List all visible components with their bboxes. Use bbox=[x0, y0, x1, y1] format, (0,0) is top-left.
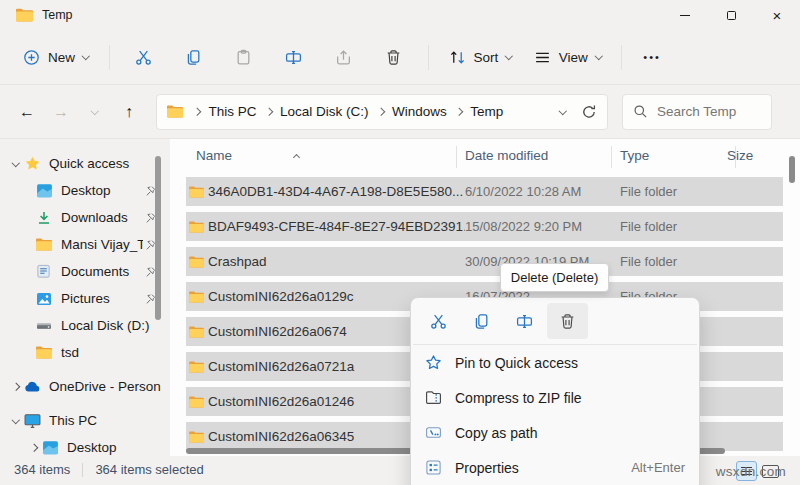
rename-menu-button[interactable] bbox=[504, 303, 545, 339]
rename-icon bbox=[516, 313, 533, 330]
context-menu: Pin to Quick access Compress to ZIP file… bbox=[410, 297, 700, 485]
delete-button[interactable] bbox=[373, 38, 415, 76]
vertical-scrollbar[interactable] bbox=[789, 156, 795, 183]
chevron-down-icon[interactable] bbox=[8, 419, 24, 423]
close-button[interactable]: × bbox=[754, 0, 800, 30]
share-icon bbox=[335, 49, 352, 66]
zip-icon bbox=[425, 389, 442, 406]
sort-button[interactable]: Sort bbox=[438, 41, 523, 74]
chevron-right-icon bbox=[264, 108, 272, 116]
cloud-icon bbox=[24, 380, 41, 393]
column-header-name[interactable]: Name bbox=[196, 144, 232, 168]
up-button[interactable]: ↑ bbox=[112, 95, 146, 129]
chevron-down-icon bbox=[91, 107, 99, 115]
trash-icon bbox=[385, 49, 402, 66]
paste-icon bbox=[235, 49, 252, 66]
maximize-button[interactable] bbox=[708, 0, 754, 30]
file-row[interactable]: BDAF9493-CFBE-484F-8E27-94EBD2391... 15/… bbox=[186, 212, 783, 241]
cut-menu-button[interactable] bbox=[418, 303, 459, 339]
breadcrumb-item-local-disk-c[interactable]: Local Disk (C:) bbox=[278, 104, 371, 119]
column-header-date[interactable]: Date modified bbox=[465, 144, 548, 168]
download-icon bbox=[36, 210, 53, 226]
delete-menu-button[interactable] bbox=[547, 303, 588, 339]
view-label: View bbox=[559, 50, 588, 65]
properties-icon bbox=[425, 459, 442, 476]
search-input[interactable] bbox=[657, 104, 757, 119]
refresh-icon[interactable] bbox=[581, 104, 597, 120]
new-button[interactable]: New bbox=[12, 41, 100, 74]
sidebar-item-this-pc[interactable]: This PC bbox=[0, 407, 170, 434]
menu-item-label: Compress to ZIP file bbox=[455, 390, 582, 406]
chevron-right-icon bbox=[193, 108, 201, 116]
minimize-button[interactable] bbox=[662, 0, 708, 30]
item-count: 364 items bbox=[14, 462, 70, 477]
sidebar-item-this-pc-desktop[interactable]: Desktop bbox=[0, 434, 170, 461]
copy-button[interactable] bbox=[173, 38, 215, 76]
folder-icon bbox=[189, 361, 208, 373]
address-dropdown-icon[interactable] bbox=[558, 107, 566, 115]
chevron-right-icon[interactable] bbox=[26, 445, 42, 451]
menu-item-shortcut: Alt+Enter bbox=[631, 460, 685, 475]
sidebar-item-pictures[interactable]: Pictures bbox=[0, 285, 170, 312]
file-row[interactable]: Crashpad 30/09/2022 10:19 PM File folder bbox=[186, 247, 783, 276]
selected-count: 364 items selected bbox=[95, 462, 203, 477]
sidebar-item-tsd[interactable]: tsd bbox=[0, 339, 170, 366]
chevron-down-icon bbox=[595, 52, 603, 60]
menu-item-compress-to-zip[interactable]: Compress to ZIP file bbox=[411, 380, 699, 415]
sort-ascending-icon bbox=[294, 148, 299, 163]
back-button[interactable]: ← bbox=[10, 95, 44, 129]
sidebar-item-downloads[interactable]: Downloads bbox=[0, 204, 170, 231]
breadcrumb[interactable]: This PC Local Disk (C:) Windows Temp bbox=[156, 94, 608, 130]
menu-item-label: Pin to Quick access bbox=[455, 355, 578, 371]
chevron-right-icon bbox=[455, 108, 463, 116]
sidebar-item-local-disk-d[interactable]: Local Disk (D:) bbox=[0, 312, 170, 339]
recent-locations-button[interactable] bbox=[78, 95, 112, 129]
cut-icon bbox=[135, 49, 152, 66]
menu-item-copy-as-path[interactable]: Copy as path bbox=[411, 415, 699, 450]
document-icon bbox=[36, 264, 53, 279]
window-title: Temp bbox=[42, 8, 73, 22]
quick-actions bbox=[411, 298, 699, 344]
sidebar-item-documents[interactable]: Documents bbox=[0, 258, 170, 285]
sidebar-item-quick-access[interactable]: Quick access bbox=[0, 150, 170, 177]
copy-path-icon bbox=[425, 424, 442, 441]
search-box[interactable] bbox=[622, 94, 772, 130]
rename-button[interactable] bbox=[273, 38, 315, 76]
breadcrumb-item-this-pc[interactable]: This PC bbox=[207, 104, 259, 119]
file-date: 15/08/2022 9:20 PM bbox=[465, 219, 620, 234]
menu-item-properties[interactable]: Properties Alt+Enter bbox=[411, 450, 699, 485]
column-header-type[interactable]: Type bbox=[620, 144, 649, 168]
file-date: 6/10/2022 10:28 AM bbox=[465, 184, 620, 199]
delete-tooltip: Delete (Delete) bbox=[500, 263, 609, 292]
forward-button[interactable]: → bbox=[44, 95, 78, 129]
titlebar: Temp × bbox=[0, 0, 800, 30]
column-header-size[interactable]: Size bbox=[727, 144, 753, 168]
breadcrumb-item-windows[interactable]: Windows bbox=[390, 104, 449, 119]
toolbar-separator bbox=[428, 45, 429, 70]
view-button[interactable]: View bbox=[523, 41, 613, 74]
chevron-down-icon[interactable] bbox=[8, 162, 24, 166]
menu-item-pin-to-quick-access[interactable]: Pin to Quick access bbox=[411, 345, 699, 380]
file-name: 346A0DB1-43D4-4A67-A198-D8E5E580... bbox=[208, 184, 465, 199]
breadcrumb-item-temp[interactable]: Temp bbox=[468, 104, 505, 119]
sidebar-item-mansi-vijay[interactable]: Mansi Vijay_T bbox=[0, 231, 170, 258]
chevron-right-icon[interactable] bbox=[8, 384, 24, 390]
rename-icon bbox=[285, 49, 302, 66]
copy-menu-button[interactable] bbox=[461, 303, 502, 339]
paste-button[interactable] bbox=[223, 38, 265, 76]
more-options-button[interactable]: ••• bbox=[631, 51, 673, 63]
menu-item-label: Properties bbox=[455, 460, 519, 476]
file-type: File folder bbox=[620, 254, 783, 269]
file-name: BDAF9493-CFBE-484F-8E27-94EBD2391... bbox=[208, 219, 465, 234]
file-type: File folder bbox=[620, 219, 783, 234]
share-button[interactable] bbox=[323, 38, 365, 76]
sidebar-item-desktop[interactable]: Desktop bbox=[0, 177, 170, 204]
sidebar-item-onedrive[interactable]: OneDrive - Person bbox=[0, 373, 170, 400]
file-row[interactable]: 346A0DB1-43D4-4A67-A198-D8E5E580... 6/10… bbox=[186, 177, 783, 206]
folder-icon bbox=[189, 256, 208, 268]
view-icon bbox=[534, 49, 551, 66]
command-toolbar: New Sort View ••• bbox=[0, 30, 800, 85]
cut-button[interactable] bbox=[123, 38, 165, 76]
toolbar-separator bbox=[621, 45, 622, 70]
sidebar-scrollbar[interactable] bbox=[155, 156, 161, 320]
